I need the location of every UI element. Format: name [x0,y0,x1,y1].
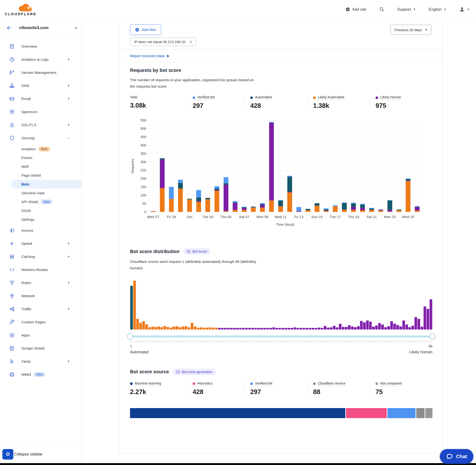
sidebar-item-access[interactable]: Access [0,224,81,237]
brand-name: CLOUDFLARE [5,12,36,16]
sidebar-item-spectrum[interactable]: Spectrum [0,105,81,118]
plus-circle-icon [346,7,350,12]
stat-label: Verified bot [255,381,272,386]
share-nodes-icon [9,306,15,312]
slider-track[interactable] [130,336,433,337]
bot-score-histogram [130,280,432,330]
add-filter-button[interactable]: Add filter [130,24,161,35]
source-segment-verified-bot [387,408,415,418]
legend-dot-icon [313,96,316,99]
sidebar-item-page-shield[interactable]: Page Shield [0,171,81,180]
remove-filter-icon[interactable] [189,40,193,43]
sidebar-item-security[interactable]: Security▲ [0,131,81,145]
sidebar-item-workers-routes[interactable]: Workers Routes [0,263,81,276]
svg-text:Requests: Requests [131,159,135,173]
stat-verified-bot: Verified bot297 [244,381,307,396]
bottom-edge [0,463,476,465]
stat-likely-automated: Likely Automated1.38k [307,95,370,109]
search-button[interactable] [379,7,384,12]
top-nav-menu: Add site Support▼ English▼ ▼ [346,6,470,12]
collapse-sidebar-button[interactable]: Collapse sidebar [14,452,42,456]
plus-circle-icon [135,28,139,32]
svg-text:Thu 19: Thu 19 [348,215,359,219]
legend-dot-icon [130,382,133,385]
stat-label: Automated [255,95,272,100]
svg-text:450: 450 [140,135,146,139]
sidebar-item-version-management[interactable]: Version Management [0,66,81,79]
stat-value: 1.38k [313,102,370,109]
sidebar-item-apps[interactable]: Apps [0,328,81,342]
chevron-down-icon: ▼ [67,360,70,363]
sidebar-item-settings[interactable]: Settings [0,215,81,224]
sidebar: cftestsite3.com ▸ OverviewAnalytics & Lo… [0,19,81,463]
sidebar-item-rules[interactable]: Rules▼ [0,276,81,289]
layers-icon [9,254,15,260]
sidebar-item-sensitive-data[interactable]: Sensitive Data [0,189,81,197]
svg-text:0: 0 [144,210,146,214]
requests-by-bot-score-card: Requests by bot score The number of requ… [119,62,443,240]
legend-dot-icon [376,96,378,99]
sidebar-item-api-shield[interactable]: API ShieldNew [0,197,81,206]
sidebar-item-traffic[interactable]: Traffic▼ [0,302,81,316]
cloudflare-logo[interactable]: CLOUDFLARE [5,3,36,16]
svg-text:Wed 25: Wed 25 [402,215,414,219]
chevron-down-icon: ▼ [67,308,70,310]
svg-text:250: 250 [140,168,146,172]
svg-text:Mon 09: Mon 09 [256,215,268,219]
location-pin-icon [9,293,15,299]
slider-handle-max[interactable] [429,333,435,339]
requests-stats-row: Total3.08kVerified bot297Automated428Lik… [130,95,432,109]
date-range-select[interactable]: Previous 30 days▼ [391,25,432,35]
sidebar-item-email[interactable]: Email▼ [0,92,81,105]
sidebar-item-waf[interactable]: WAF [0,162,81,171]
back-arrow-icon[interactable] [6,25,12,31]
chat-button[interactable]: Chat [440,449,473,464]
settings-gear-button[interactable]: ⚙ [2,449,13,460]
sidebar-item-overview[interactable]: Overview [0,40,81,53]
stat-cloudflare-service: Cloudflare service88 [307,381,370,396]
account-menu[interactable]: ▼ [459,6,470,12]
sidebar-item-web3[interactable]: Web3New [0,368,81,381]
report-incorrect-data-link[interactable]: Report incorrect data [130,54,169,58]
sidebar-item-caching[interactable]: Caching▼ [0,250,81,263]
slider-handle-min[interactable] [127,333,133,339]
bot-score-generation-doc-badge[interactable]: Bot score generation [173,369,216,375]
source-segment-cloudflare-service [416,408,424,418]
bot-score-doc-badge[interactable]: Bot Score [183,248,210,255]
sidebar-item-analytics[interactable]: AnalyticsBeta [0,145,81,153]
new-badge: New [41,200,52,204]
svg-text:Time (local): Time (local) [276,222,295,226]
sidebar-item-ddos[interactable]: DDoS [0,206,81,215]
main-content: Add filter IP does not equal 35.212.240.… [119,19,443,454]
slider-scale-names: Automated Likely Human [130,350,433,354]
sidebar-item-scrape-shield[interactable]: Scrape Shield [0,342,81,355]
dns-tree-icon [9,83,15,89]
stat-value: 88 [313,388,370,396]
chat-bubble-icon [446,453,453,460]
sidebar-item-speed[interactable]: Speed▼ [0,237,81,250]
add-site-button[interactable]: Add site [346,7,367,12]
legend-dot-icon [250,96,253,99]
stat-value: 2.27k [130,388,187,396]
support-menu[interactable]: Support▼ [397,7,416,12]
code-brackets-icon [9,267,15,273]
stat-label: Machine learning [135,381,161,386]
cube-icon [9,372,15,377]
sidebar-item-dns[interactable]: DNS▼ [0,79,81,92]
sidebar-item-zaraz[interactable]: Zaraz▼ [0,355,81,368]
arrow-circle-icon [9,228,15,233]
report-row: Report incorrect data [119,50,443,62]
sidebar-item-custom-pages[interactable]: Custom Pages [0,316,81,328]
sidebar-item-ssl-tls[interactable]: SSL/TLS▼ [0,118,81,131]
sidebar-item-network[interactable]: Network [0,289,81,302]
sidebar-item-events[interactable]: Events [0,153,81,162]
chevron-down-icon: ▼ [67,97,70,100]
language-menu[interactable]: English▼ [429,7,446,12]
sidebar-item-bots[interactable]: Bots [11,180,81,189]
svg-text:Thu 05: Thu 05 [221,215,232,219]
chevron-up-icon: ▲ [67,137,70,139]
stat-value: 975 [376,102,432,109]
chevron-down-icon: ▼ [425,28,427,31]
sidebar-item-analytics-logs[interactable]: Analytics & Logs▼ [0,53,81,66]
site-switcher-icon[interactable]: ▸ [75,26,77,30]
